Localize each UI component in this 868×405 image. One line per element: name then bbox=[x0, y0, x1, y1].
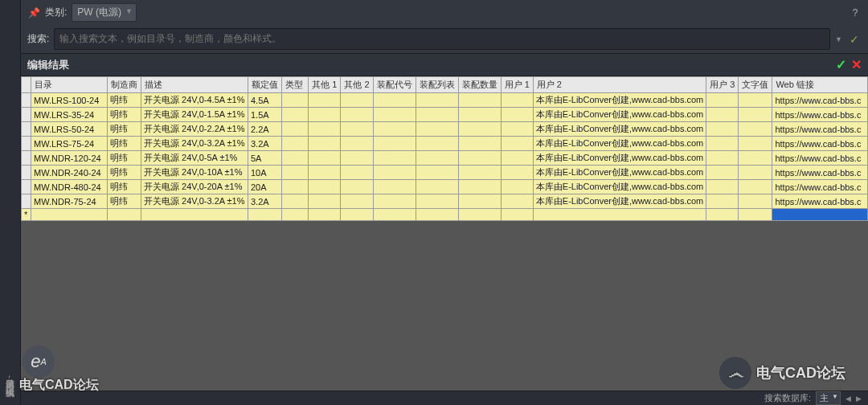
cell[interactable] bbox=[416, 108, 458, 122]
col-header[interactable]: 用户 2 bbox=[533, 77, 706, 93]
cell[interactable] bbox=[501, 209, 533, 221]
cell[interactable] bbox=[706, 137, 739, 151]
col-header[interactable]: 文字值 bbox=[739, 77, 772, 93]
cell[interactable]: 开关电源 24V,0-3.2A ±1% bbox=[141, 194, 248, 209]
cell[interactable] bbox=[373, 122, 416, 137]
cell[interactable]: https://www.cad-bbs.c bbox=[772, 137, 868, 151]
cell[interactable]: https://www.cad-bbs.c bbox=[772, 93, 868, 108]
cell[interactable]: 开关电源 24V,0-3.2A ±1% bbox=[141, 137, 248, 151]
cell[interactable] bbox=[141, 209, 248, 221]
cell[interactable] bbox=[501, 122, 533, 137]
col-header[interactable]: 装配代号 bbox=[373, 77, 416, 93]
cell[interactable]: 1.5A bbox=[248, 108, 281, 122]
col-header[interactable]: 其他 1 bbox=[309, 77, 341, 93]
col-header[interactable]: 装配列表 bbox=[416, 77, 458, 93]
cell[interactable]: 2.2A bbox=[248, 122, 281, 137]
cell[interactable] bbox=[31, 209, 108, 221]
cell[interactable]: 5A bbox=[248, 151, 281, 166]
cell[interactable]: MW.NDR-75-24 bbox=[31, 194, 108, 209]
results-table[interactable]: 目录制造商描述额定值类型其他 1其他 2装配代号装配列表装配数量用户 1用户 2… bbox=[21, 76, 868, 221]
cell[interactable]: https://www.cad-bbs.c bbox=[772, 166, 868, 180]
cell[interactable] bbox=[373, 180, 416, 194]
cell[interactable] bbox=[309, 108, 341, 122]
table-row[interactable]: MW.NDR-120-24明纬开关电源 24V,0-5A ±1%5A本库由E-L… bbox=[22, 151, 868, 166]
cell[interactable]: https://www.cad-bbs.c bbox=[772, 194, 868, 209]
cell[interactable] bbox=[416, 180, 458, 194]
prev-db-icon[interactable]: ◀ bbox=[845, 395, 851, 403]
cell[interactable]: 明纬 bbox=[108, 166, 141, 180]
pin-icon[interactable]: 📌 bbox=[27, 6, 40, 19]
cell[interactable]: 明纬 bbox=[108, 122, 141, 137]
search-dropdown-toggle[interactable]: ▼ bbox=[835, 35, 842, 43]
cell[interactable]: 开关电源 24V,0-5A ±1% bbox=[141, 151, 248, 166]
cell[interactable] bbox=[373, 209, 416, 221]
cell[interactable]: MW.NDR-120-24 bbox=[31, 151, 108, 166]
cell[interactable] bbox=[248, 209, 281, 221]
apply-icon[interactable]: ✓ bbox=[836, 57, 846, 72]
cell[interactable] bbox=[341, 137, 373, 151]
cell[interactable]: 本库由E-LibConver创建,www.cad-bbs.com bbox=[533, 194, 706, 209]
search-go-icon[interactable]: ✓ bbox=[847, 32, 862, 47]
cell[interactable] bbox=[739, 137, 772, 151]
cell[interactable] bbox=[458, 194, 501, 209]
cell[interactable] bbox=[416, 194, 458, 209]
cell[interactable] bbox=[281, 151, 308, 166]
cell[interactable] bbox=[706, 151, 739, 166]
cell[interactable]: 本库由E-LibConver创建,www.cad-bbs.com bbox=[533, 166, 706, 180]
cell[interactable] bbox=[706, 93, 739, 108]
cell[interactable] bbox=[458, 180, 501, 194]
cell[interactable] bbox=[373, 108, 416, 122]
vertical-tab-label[interactable]: 目录浏览器 - 编辑模式 bbox=[4, 373, 16, 381]
col-header[interactable]: 其他 2 bbox=[341, 77, 373, 93]
database-dropdown[interactable]: 主 ▼ bbox=[816, 391, 841, 405]
close-icon[interactable]: ✕ bbox=[851, 57, 862, 72]
cell[interactable]: 20A bbox=[248, 180, 281, 194]
col-header[interactable]: 目录 bbox=[31, 77, 108, 93]
cell[interactable] bbox=[373, 137, 416, 151]
table-row[interactable]: MW.NDR-75-24明纬开关电源 24V,0-3.2A ±1%3.2A本库由… bbox=[22, 194, 868, 209]
cell[interactable] bbox=[706, 166, 739, 180]
help-icon[interactable]: ? bbox=[849, 6, 862, 19]
cell[interactable] bbox=[706, 180, 739, 194]
cell[interactable]: 明纬 bbox=[108, 93, 141, 108]
table-row[interactable]: MW.LRS-35-24明纬开关电源 24V,0-1.5A ±1%1.5A本库由… bbox=[22, 108, 868, 122]
cell[interactable] bbox=[501, 137, 533, 151]
cell[interactable] bbox=[501, 166, 533, 180]
cell[interactable]: 开关电源 24V,0-2.2A ±1% bbox=[141, 122, 248, 137]
cell[interactable]: 明纬 bbox=[108, 108, 141, 122]
cell[interactable]: MW.LRS-50-24 bbox=[31, 122, 108, 137]
cell[interactable]: 本库由E-LibConver创建,www.cad-bbs.com bbox=[533, 180, 706, 194]
cell[interactable]: https://www.cad-bbs.c bbox=[772, 151, 868, 166]
cell[interactable]: 开关电源 24V,0-1.5A ±1% bbox=[141, 108, 248, 122]
cell[interactable] bbox=[309, 151, 341, 166]
col-header[interactable]: 用户 3 bbox=[706, 77, 739, 93]
cell[interactable] bbox=[706, 122, 739, 137]
cell[interactable]: 3.2A bbox=[248, 194, 281, 209]
cell[interactable] bbox=[281, 194, 308, 209]
cell[interactable]: 本库由E-LibConver创建,www.cad-bbs.com bbox=[533, 151, 706, 166]
cell[interactable] bbox=[416, 93, 458, 108]
cell[interactable] bbox=[706, 209, 739, 221]
cell[interactable] bbox=[739, 108, 772, 122]
cell[interactable]: 本库由E-LibConver创建,www.cad-bbs.com bbox=[533, 137, 706, 151]
cell[interactable]: 明纬 bbox=[108, 180, 141, 194]
table-row[interactable]: MW.LRS-75-24明纬开关电源 24V,0-3.2A ±1%3.2A本库由… bbox=[22, 137, 868, 151]
cell[interactable] bbox=[458, 166, 501, 180]
cell[interactable] bbox=[309, 180, 341, 194]
col-header[interactable]: 描述 bbox=[141, 77, 248, 93]
cell[interactable] bbox=[341, 108, 373, 122]
cell[interactable] bbox=[309, 194, 341, 209]
cell[interactable] bbox=[281, 209, 308, 221]
cell[interactable]: https://www.cad-bbs.c bbox=[772, 122, 868, 137]
cell[interactable]: MW.NDR-480-24 bbox=[31, 180, 108, 194]
cell[interactable] bbox=[309, 209, 341, 221]
cell[interactable] bbox=[416, 122, 458, 137]
cell[interactable]: 本库由E-LibConver创建,www.cad-bbs.com bbox=[533, 93, 706, 108]
table-row[interactable]: MW.NDR-480-24明纬开关电源 24V,0-20A ±1%20A本库由E… bbox=[22, 180, 868, 194]
cell[interactable] bbox=[309, 122, 341, 137]
cell[interactable] bbox=[373, 93, 416, 108]
cell[interactable] bbox=[458, 108, 501, 122]
table-row[interactable]: MW.LRS-100-24明纬开关电源 24V,0-4.5A ±1%4.5A本库… bbox=[22, 93, 868, 108]
col-header[interactable]: 类型 bbox=[281, 77, 308, 93]
cell[interactable]: MW.NDR-240-24 bbox=[31, 166, 108, 180]
